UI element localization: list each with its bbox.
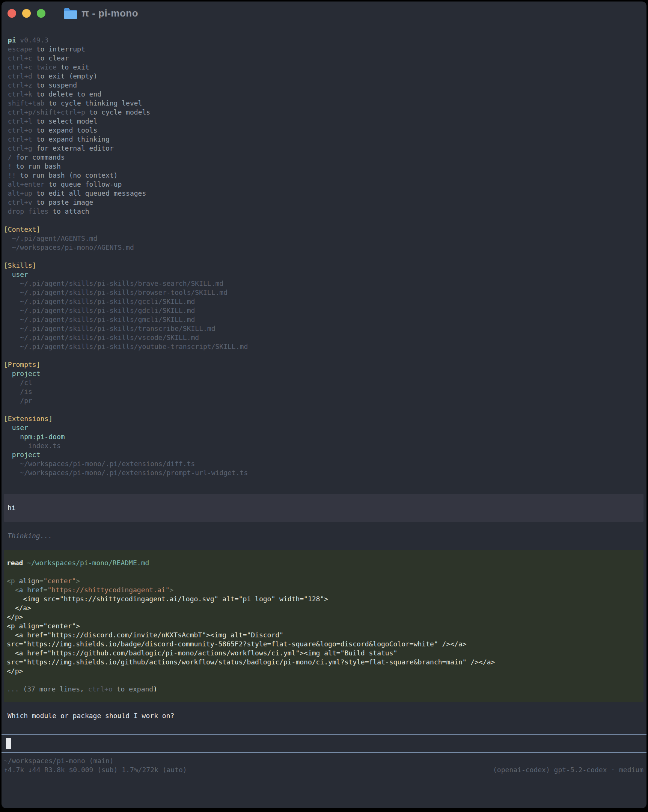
terminal-line: ctrl+c to clear xyxy=(4,54,643,63)
close-button[interactable] xyxy=(8,9,16,18)
terminal-line: user xyxy=(4,423,643,432)
thinking-status: Thinking... xyxy=(8,531,643,540)
terminal-line: ~/workspaces/pi-mono/.pi/extensions/diff… xyxy=(4,459,643,469)
terminal-line: ! to run bash xyxy=(4,162,643,171)
desktop: { "window": { "title": "π - pi-mono" }, … xyxy=(0,0,648,812)
terminal-line: ~/.pi/agent/skills/pi-skills/youtube-tra… xyxy=(4,342,643,351)
terminal-line: ctrl+k to delete to end xyxy=(4,90,643,99)
terminal-line: ... (37 more lines, ctrl+o to expand) xyxy=(7,685,640,694)
terminal-line: /is xyxy=(4,387,643,396)
terminal-line: <a href="https://discord.com/invite/nKXT… xyxy=(7,630,640,640)
terminal-line xyxy=(4,252,643,261)
terminal-line: npm:pi-doom xyxy=(4,432,643,441)
terminal-line: <a href="https://shittycodingagent.ai"> xyxy=(7,586,640,595)
terminal-line: hi xyxy=(8,503,640,512)
terminal-line: src="https://img.shields.io/badge/discor… xyxy=(7,640,640,649)
terminal-line: [Extensions] xyxy=(4,414,643,423)
terminal-line: ctrl+g for external editor xyxy=(4,144,643,153)
terminal-line: [Prompts] xyxy=(4,360,643,369)
terminal-line: <p align="center"> xyxy=(7,621,640,630)
terminal-line: drop files to attach xyxy=(4,207,643,216)
terminal-line: [Skills] xyxy=(4,261,643,270)
terminal-line: pi v0.49.3 xyxy=(4,36,643,45)
terminal-line: Which module or package should I work on… xyxy=(8,711,643,720)
terminal-line: /cl xyxy=(4,378,643,387)
terminal-line xyxy=(7,568,640,577)
terminal-line: user xyxy=(4,270,643,279)
terminal-line: ↑4.7k ↓44 R3.8k $0.009 (sub) 1.7%/272k (… xyxy=(4,765,187,774)
terminal-line: ~/workspaces/pi-mono (main) xyxy=(4,756,643,765)
terminal-line: </p> xyxy=(7,612,640,621)
session-stats: ↑4.7k ↓44 R3.8k $0.009 (sub) 1.7%/272k (… xyxy=(4,765,187,774)
titlebar[interactable]: π - pi-mono xyxy=(2,2,646,25)
traffic-lights xyxy=(8,9,46,18)
text-cursor xyxy=(6,738,11,749)
terminal-line: ctrl+l to select model xyxy=(4,117,643,126)
terminal-line: alt+enter to queue follow-up xyxy=(4,180,643,189)
terminal-line: project xyxy=(4,450,643,459)
status-bar-row: ↑4.7k ↓44 R3.8k $0.009 (sub) 1.7%/272k (… xyxy=(4,765,643,774)
zoom-button[interactable] xyxy=(37,9,46,18)
user-message: hi xyxy=(4,494,643,522)
terminal-line: ctrl+z to suspend xyxy=(4,81,643,90)
window-title: π - pi-mono xyxy=(81,8,138,19)
terminal-line xyxy=(4,405,643,414)
terminal-line: <p align="center"> xyxy=(7,577,640,586)
terminal-line: ~/workspaces/pi-mono/AGENTS.md xyxy=(4,243,643,252)
terminal-line: ctrl+p/shift+ctrl+p to cycle models xyxy=(4,108,643,117)
terminal-line: ~/.pi/agent/skills/pi-skills/browser-too… xyxy=(4,288,643,297)
terminal-line: Thinking... xyxy=(8,531,643,540)
terminal-line: </a> xyxy=(7,604,640,612)
terminal-line: </p> xyxy=(7,667,640,676)
terminal-line: ~/workspaces/pi-mono/.pi/extensions/prom… xyxy=(4,469,643,477)
terminal-line: ~/.pi/agent/skills/pi-skills/gccli/SKILL… xyxy=(4,297,643,306)
prompt-input[interactable] xyxy=(2,734,646,752)
terminal-line: escape to interrupt xyxy=(4,45,643,54)
terminal-line: index.ts xyxy=(4,441,643,450)
terminal-line xyxy=(4,216,643,225)
terminal-line: [Context] xyxy=(4,225,643,234)
assistant-message: Which module or package should I work on… xyxy=(8,711,643,720)
terminal-line: read ~/workspaces/pi-mono/README.md xyxy=(7,559,640,568)
terminal-window: π - pi-mono pi v0.49.3 escape to interru… xyxy=(2,2,646,808)
terminal-line: ~/.pi/agent/AGENTS.md xyxy=(4,234,643,243)
folder-icon xyxy=(63,7,77,19)
terminal-line: alt+up to edit all queued messages xyxy=(4,189,643,198)
session-header: pi v0.49.3 escape to interrupt ctrl+c to… xyxy=(4,36,643,477)
cwd-branch: ~/workspaces/pi-mono (main) xyxy=(4,756,643,765)
terminal-line: ~/.pi/agent/skills/pi-skills/gdcli/SKILL… xyxy=(4,306,643,315)
status-bar: ~/workspaces/pi-mono (main) ↑4.7k ↓44 R3… xyxy=(4,756,643,774)
terminal-line: src="https://img.shields.io/github/actio… xyxy=(7,658,640,667)
terminal-line xyxy=(7,676,640,685)
terminal-line: ctrl+v to paste image xyxy=(4,198,643,207)
terminal-line: ~/.pi/agent/skills/pi-skills/brave-searc… xyxy=(4,279,643,288)
terminal-line: ~/.pi/agent/skills/pi-skills/vscode/SKIL… xyxy=(4,333,643,342)
terminal-line xyxy=(4,351,643,360)
terminal-content[interactable]: pi v0.49.3 escape to interrupt ctrl+c to… xyxy=(2,25,646,774)
terminal-line: <a href="https://github.com/badlogic/pi-… xyxy=(7,649,640,658)
terminal-line: (openai-codex) gpt-5.2-codex · medium xyxy=(493,765,643,774)
input-row[interactable] xyxy=(2,735,646,752)
minimize-button[interactable] xyxy=(22,9,31,18)
tool-call-read: read ~/workspaces/pi-mono/README.md <p a… xyxy=(4,550,643,702)
terminal-line: ~/.pi/agent/skills/pi-skills/transcribe/… xyxy=(4,324,643,333)
model-info: (openai-codex) gpt-5.2-codex · medium xyxy=(493,765,643,774)
terminal-line: ~/.pi/agent/skills/pi-skills/gmcli/SKILL… xyxy=(4,315,643,324)
terminal-line: ctrl+t to expand thinking xyxy=(4,135,643,144)
terminal-line: ctrl+c twice to exit xyxy=(4,63,643,72)
terminal-line: ctrl+d to exit (empty) xyxy=(4,72,643,81)
terminal-line: ctrl+o to expand tools xyxy=(4,126,643,135)
terminal-line: /pr xyxy=(4,396,643,405)
terminal-line: shift+tab to cycle thinking level xyxy=(4,99,643,108)
terminal-line: !! to run bash (no context) xyxy=(4,171,643,180)
input-divider-bottom xyxy=(2,752,646,752)
terminal-line: / for commands xyxy=(4,153,643,162)
terminal-line: <img src="https://shittycodingagent.ai/l… xyxy=(7,595,640,604)
terminal-line: project xyxy=(4,369,643,378)
